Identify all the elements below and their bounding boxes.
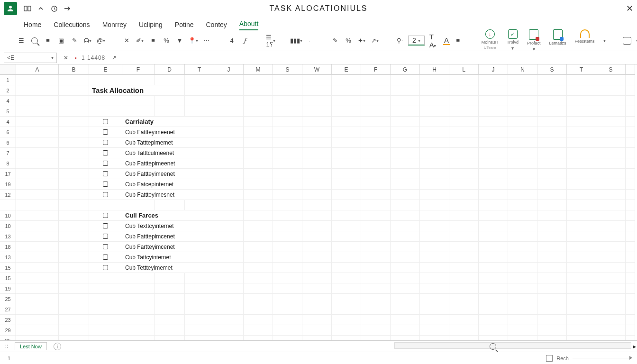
cell[interactable] [59, 242, 89, 252]
cell[interactable] [214, 231, 244, 242]
cell[interactable] [89, 169, 122, 179]
cell[interactable] [567, 148, 596, 158]
cell[interactable] [567, 106, 596, 117]
cell[interactable] [391, 96, 420, 106]
row-header[interactable]: 13 [0, 231, 16, 242]
cell[interactable] [479, 200, 508, 210]
cell[interactable] [244, 137, 273, 148]
rows-icon[interactable]: ☰ 1⸮▾ [266, 36, 275, 45]
cell[interactable] [185, 325, 214, 336]
cell[interactable] [361, 75, 391, 85]
cell[interactable] [214, 106, 244, 117]
cell[interactable] [16, 75, 59, 85]
cell[interactable] [273, 169, 302, 179]
cell[interactable] [273, 210, 302, 221]
column-header[interactable]: N [508, 64, 537, 75]
cell[interactable] [626, 117, 635, 127]
menu-icon[interactable]: ☰ [17, 36, 26, 45]
cell[interactable] [361, 117, 391, 127]
cell[interactable] [122, 336, 155, 340]
cell[interactable] [626, 315, 635, 325]
cell[interactable] [332, 127, 361, 137]
cell[interactable] [449, 137, 479, 148]
cell[interactable] [273, 283, 302, 294]
cell[interactable] [537, 127, 567, 137]
cell[interactable] [626, 158, 635, 169]
cell[interactable] [508, 75, 537, 85]
cell[interactable] [214, 263, 244, 273]
cell[interactable] [449, 127, 479, 137]
cell[interactable] [244, 242, 273, 252]
cell[interactable] [626, 210, 635, 221]
cell[interactable] [302, 106, 332, 117]
cell[interactable] [479, 169, 508, 179]
cell[interactable] [16, 336, 59, 340]
row-header[interactable]: 25 [0, 336, 16, 340]
cell[interactable] [332, 294, 361, 304]
cell[interactable] [273, 325, 302, 336]
column-header[interactable]: F [122, 64, 155, 75]
cell[interactable] [273, 117, 302, 127]
cell[interactable] [391, 273, 420, 283]
cell[interactable] [391, 325, 420, 336]
cell[interactable] [361, 263, 391, 273]
name-box[interactable]: <E ▾ [4, 53, 57, 63]
cell[interactable] [420, 96, 449, 106]
checkbox[interactable] [103, 234, 108, 239]
cell[interactable] [391, 336, 420, 340]
cell[interactable] [302, 263, 332, 273]
ribbon-more-icon[interactable]: ▾ [603, 38, 606, 43]
search-icon[interactable] [30, 36, 39, 45]
cell[interactable] [89, 117, 122, 127]
cell[interactable]: Cub Tattcyinternet [122, 252, 214, 263]
cell[interactable] [89, 304, 122, 315]
column-header[interactable]: T [567, 64, 596, 75]
cell[interactable] [508, 85, 537, 96]
cell[interactable] [508, 252, 537, 263]
cell[interactable]: Cub Texttcyinternet [122, 221, 214, 231]
cell[interactable] [479, 137, 508, 148]
cell[interactable] [449, 231, 479, 242]
cell[interactable] [155, 294, 185, 304]
cell[interactable] [122, 304, 155, 315]
add-sheet-button[interactable]: i [54, 343, 61, 350]
italic-f-icon[interactable]: ϝ [241, 36, 249, 45]
cell[interactable] [596, 137, 626, 148]
cell[interactable] [214, 158, 244, 169]
cell[interactable] [332, 221, 361, 231]
list-icon[interactable]: ≡ [44, 36, 52, 45]
cell[interactable] [479, 96, 508, 106]
cell[interactable] [302, 242, 332, 252]
cell[interactable] [59, 85, 89, 96]
cell[interactable] [244, 273, 273, 283]
cell[interactable] [59, 304, 89, 315]
cell[interactable] [391, 158, 420, 169]
checkbox[interactable] [103, 119, 108, 124]
cell[interactable] [449, 85, 479, 96]
cell[interactable] [508, 242, 537, 252]
cell[interactable] [332, 200, 361, 210]
cell[interactable] [244, 283, 273, 294]
cell[interactable] [302, 294, 332, 304]
cell[interactable] [244, 200, 273, 210]
cell[interactable] [302, 283, 332, 294]
cell[interactable] [59, 252, 89, 263]
cell[interactable] [626, 263, 635, 273]
cell[interactable] [16, 294, 59, 304]
cell[interactable] [420, 210, 449, 221]
key-icon[interactable]: ⚲· [396, 36, 403, 45]
cell[interactable] [244, 315, 273, 325]
tab-contey[interactable]: Contey [206, 21, 227, 30]
cell[interactable] [244, 252, 273, 263]
cell[interactable] [567, 137, 596, 148]
cell[interactable] [302, 273, 332, 283]
cell[interactable] [244, 158, 273, 169]
row-header[interactable]: 4 [0, 117, 16, 127]
cell[interactable] [59, 106, 89, 117]
cell[interactable] [155, 106, 185, 117]
cell[interactable] [332, 242, 361, 252]
cell[interactable] [479, 117, 508, 127]
cell[interactable] [420, 242, 449, 252]
cell[interactable] [479, 315, 508, 325]
row-header[interactable]: 18 [0, 242, 16, 252]
